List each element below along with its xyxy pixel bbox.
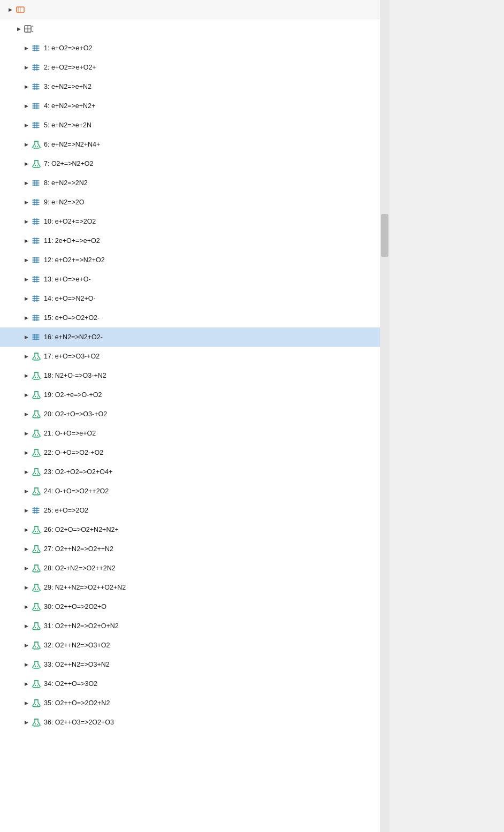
reaction-text-31: 31: O2++N2=>O2+O+N2 <box>44 622 119 630</box>
svg-point-120 <box>35 569 36 570</box>
flask-icon-6 <box>31 139 42 150</box>
expand-arrow-22: ▶ <box>22 449 30 456</box>
svg-line-6 <box>32 26 33 27</box>
reaction-item-17[interactable]: ▶ 17: e+O=>O3-+O2 <box>0 347 380 366</box>
reaction-item-12[interactable]: ▶ 12: e+O2+=>N2+O2 <box>0 250 380 270</box>
reaction-item-22[interactable]: ▶ 22: O-+O=>O2-+O2 <box>0 443 380 462</box>
reaction-item-16[interactable]: ▶ 16: e+N2=>N2+O2- <box>0 327 380 347</box>
reaction-item-13[interactable]: ▶ 13: e+O=>e+O- <box>0 270 380 289</box>
reaction-item-5[interactable]: ▶ 5: e+N2=>e+2N <box>0 116 380 135</box>
svg-point-107 <box>37 493 38 494</box>
reaction-item-25[interactable]: ▶ 25: e+O=>2O2 <box>0 501 380 520</box>
expand-arrow-8: ▶ <box>22 179 30 187</box>
flask-icon-17 <box>31 351 42 362</box>
flask-icon-30 <box>31 601 42 612</box>
expand-arrow-33: ▶ <box>22 661 30 668</box>
expand-arrow-7: ▶ <box>22 160 30 167</box>
reaction-item-7[interactable]: ▶ 7: O2+=>N2+O2 <box>0 154 380 173</box>
expand-arrow-12: ▶ <box>22 256 30 264</box>
expand-arrow-2: ▶ <box>22 64 30 71</box>
flask-icon-7 <box>31 158 42 169</box>
plasma-header[interactable]: ▶ <box>0 0 380 19</box>
reaction-item-33[interactable]: ▶ 33: O2++N2=>O3+N2 <box>0 655 380 674</box>
svg-point-95 <box>37 416 38 417</box>
expand-arrow-27: ▶ <box>22 545 30 553</box>
reaction-item-3[interactable]: ▶ 3: e+N2=>e+N2 <box>0 77 380 96</box>
expand-arrow-9: ▶ <box>22 199 30 206</box>
flask-icon-29 <box>31 582 42 593</box>
reaction-item-1[interactable]: ▶ 1: e+O2=>e+O2 <box>0 39 380 58</box>
reaction-text-36: 36: O2++O3=>2O2+O3 <box>44 719 114 726</box>
reaction-text-12: 12: e+O2+=>N2+O2 <box>44 256 105 264</box>
expand-arrow-24: ▶ <box>22 487 30 495</box>
expand-arrow-34: ▶ <box>22 680 30 688</box>
reaction-item-30[interactable]: ▶ 30: O2++O=>2O2+O <box>0 597 380 616</box>
reaction-text-8: 8: e+N2=>2N2 <box>44 179 88 187</box>
svg-point-101 <box>37 454 38 455</box>
svg-point-38 <box>37 165 38 166</box>
cross-section-import-header[interactable]: ▶ <box>0 19 380 39</box>
cross-icon-9 <box>31 197 42 208</box>
reaction-item-11[interactable]: ▶ 11: 2e+O+=>e+O2 <box>0 231 380 250</box>
expand-arrow-11: ▶ <box>22 237 30 245</box>
svg-line-7 <box>32 31 33 32</box>
reaction-item-15[interactable]: ▶ 15: e+O=>O2+O2- <box>0 308 380 327</box>
svg-point-121 <box>37 570 38 571</box>
expand-arrow-26: ▶ <box>22 526 30 533</box>
svg-point-104 <box>37 474 38 475</box>
reaction-item-35[interactable]: ▶ 35: O2++O=>2O2+N2 <box>0 693 380 713</box>
reaction-item-34[interactable]: ▶ 34: O2++O=>3O2 <box>0 674 380 693</box>
flask-icon-33 <box>31 659 42 670</box>
reaction-item-14[interactable]: ▶ 14: e+O=>N2+O- <box>0 289 380 308</box>
reaction-item-32[interactable]: ▶ 32: O2++N2=>O3+O2 <box>0 636 380 655</box>
cross-icon-4 <box>31 101 42 111</box>
expand-arrow-29: ▶ <box>22 584 30 591</box>
expand-arrow-30: ▶ <box>22 603 30 610</box>
flask-icon-34 <box>31 678 42 689</box>
reaction-item-27[interactable]: ▶ 27: O2++N2=>O2++N2 <box>0 539 380 559</box>
reaction-item-9[interactable]: ▶ 9: e+N2=>2O <box>0 193 380 212</box>
reaction-item-8[interactable]: ▶ 8: e+N2=>2N2 <box>0 173 380 193</box>
reaction-item-6[interactable]: ▶ 6: e+N2=>N2+N4+ <box>0 135 380 154</box>
flask-icon-21 <box>31 428 42 439</box>
reaction-item-29[interactable]: ▶ 29: N2++N2=>O2++O2+N2 <box>0 578 380 597</box>
reaction-text-19: 19: O2-+e=>O-+O2 <box>44 391 102 399</box>
flask-icon-18 <box>31 370 42 381</box>
svg-point-127 <box>37 608 38 609</box>
reaction-item-21[interactable]: ▶ 21: O-+O=>e+O2 <box>0 424 380 443</box>
reaction-item-24[interactable]: ▶ 24: O-+O=>O2++2O2 <box>0 482 380 501</box>
reaction-item-18[interactable]: ▶ 18: N2+O-=>O3-+N2 <box>0 366 380 385</box>
cross-icon-1 <box>31 43 42 54</box>
reaction-item-28[interactable]: ▶ 28: O2-+N2=>O2++2N2 <box>0 559 380 578</box>
expand-arrow-31: ▶ <box>22 622 30 630</box>
reaction-item-26[interactable]: ▶ 26: O2+O=>O2+N2+N2+ <box>0 520 380 539</box>
svg-point-126 <box>35 608 36 609</box>
reaction-item-20[interactable]: ▶ 20: O2-+O=>O3-+O2 <box>0 404 380 424</box>
plasma-icon <box>15 4 26 15</box>
expand-arrow-10: ▶ <box>22 218 30 225</box>
scrollbar-track[interactable] <box>380 0 390 832</box>
reaction-item-36[interactable]: ▶ 36: O2++O3=>2O2+O3 <box>0 713 380 732</box>
cross-icon-14 <box>31 293 42 304</box>
svg-point-100 <box>35 454 36 455</box>
expand-arrow-5: ▶ <box>22 121 30 129</box>
reaction-item-19[interactable]: ▶ 19: O2-+e=>O-+O2 <box>0 385 380 404</box>
flask-icon-31 <box>31 621 42 631</box>
reaction-item-4[interactable]: ▶ 4: e+N2=>e+N2+ <box>0 96 380 116</box>
svg-point-132 <box>35 646 36 647</box>
cross-icon-25 <box>31 505 42 516</box>
cross-icon-13 <box>31 274 42 285</box>
expand-arrow-16: ▶ <box>22 333 30 341</box>
flask-icon-28 <box>31 563 42 574</box>
reaction-item-10[interactable]: ▶ 10: e+O2+=>2O2 <box>0 212 380 231</box>
svg-point-141 <box>35 704 36 705</box>
reaction-text-3: 3: e+N2=>e+N2 <box>44 83 91 90</box>
flask-icon-35 <box>31 698 42 708</box>
reaction-item-23[interactable]: ▶ 23: O2-+O2=>O2+O4+ <box>0 462 380 482</box>
reaction-text-10: 10: e+O2+=>2O2 <box>44 218 96 225</box>
reaction-text-4: 4: e+N2=>e+N2+ <box>44 102 95 110</box>
reaction-item-2[interactable]: ▶ 2: e+O2=>e+O2+ <box>0 58 380 77</box>
reaction-item-31[interactable]: ▶ 31: O2++N2=>O2+O+N2 <box>0 616 380 636</box>
scrollbar-thumb[interactable] <box>381 214 388 257</box>
cross-icon-5 <box>31 120 42 131</box>
